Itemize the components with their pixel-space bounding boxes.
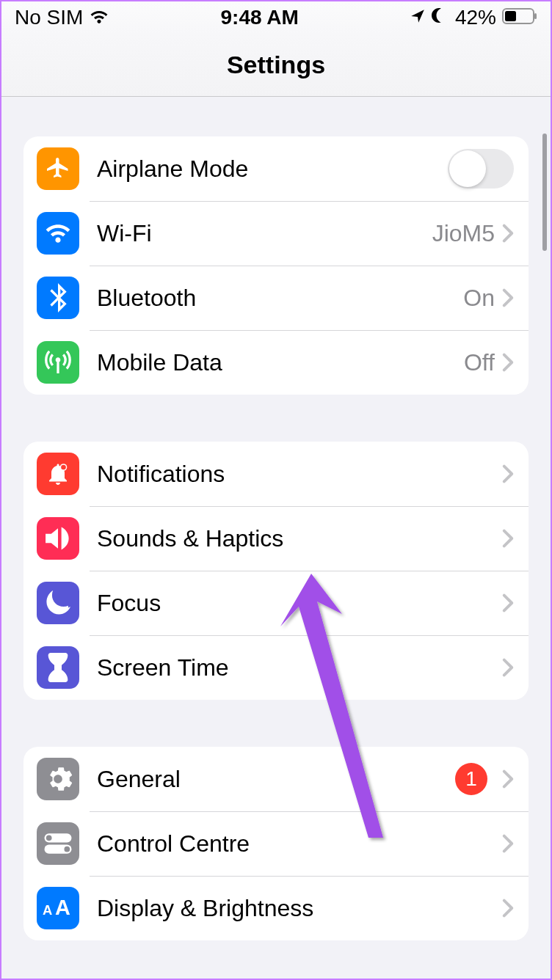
row-airplane-mode[interactable]: Airplane Mode bbox=[23, 136, 529, 201]
row-focus[interactable]: Focus bbox=[23, 571, 529, 635]
airplane-toggle[interactable] bbox=[448, 149, 514, 189]
notification-badge: 1 bbox=[455, 763, 487, 795]
row-general[interactable]: General 1 bbox=[23, 747, 529, 811]
status-bar: No SIM 9:48 AM 42% bbox=[1, 1, 551, 34]
chevron-right-icon bbox=[502, 288, 514, 307]
battery-pct: 42% bbox=[455, 6, 496, 29]
svg-text:A: A bbox=[55, 897, 70, 919]
moon-icon bbox=[37, 582, 79, 624]
row-label: Airplane Mode bbox=[97, 156, 448, 183]
row-notifications[interactable]: Notifications bbox=[23, 442, 529, 506]
scroll-indicator[interactable] bbox=[542, 134, 547, 251]
row-mobile-data[interactable]: Mobile Data Off bbox=[23, 330, 529, 395]
chevron-right-icon bbox=[502, 899, 514, 918]
row-label: Focus bbox=[97, 590, 502, 617]
nav-header: Settings bbox=[1, 34, 551, 97]
chevron-right-icon bbox=[502, 353, 514, 372]
row-value: JioM5 bbox=[432, 220, 495, 247]
battery-icon bbox=[502, 6, 537, 29]
hourglass-icon bbox=[37, 646, 79, 689]
page-title: Settings bbox=[227, 51, 325, 79]
bell-icon bbox=[37, 453, 79, 495]
svg-point-8 bbox=[64, 846, 70, 852]
chevron-right-icon bbox=[502, 464, 514, 483]
row-display-brightness[interactable]: AA Display & Brightness bbox=[23, 876, 529, 940]
settings-group-general: General 1 Control Centre AA Display & Br… bbox=[23, 747, 529, 940]
row-label: Wi-Fi bbox=[97, 220, 432, 247]
row-bluetooth[interactable]: Bluetooth On bbox=[23, 266, 529, 330]
row-label: Sounds & Haptics bbox=[97, 525, 502, 552]
wifi-status-icon bbox=[89, 6, 109, 29]
carrier-text: No SIM bbox=[15, 6, 83, 29]
row-control-centre[interactable]: Control Centre bbox=[23, 811, 529, 876]
chevron-right-icon bbox=[502, 834, 514, 853]
row-label: Notifications bbox=[97, 461, 502, 488]
row-screen-time[interactable]: Screen Time bbox=[23, 635, 529, 700]
row-label: Bluetooth bbox=[97, 285, 463, 312]
chevron-right-icon bbox=[502, 658, 514, 677]
airplane-icon bbox=[37, 147, 79, 190]
row-label: Mobile Data bbox=[97, 349, 464, 376]
svg-point-6 bbox=[46, 835, 52, 841]
row-sounds-haptics[interactable]: Sounds & Haptics bbox=[23, 506, 529, 571]
antenna-icon bbox=[37, 341, 79, 384]
status-time: 9:48 AM bbox=[220, 6, 298, 29]
svg-rect-2 bbox=[534, 13, 537, 19]
row-value: On bbox=[463, 285, 495, 312]
toggles-icon bbox=[37, 822, 79, 865]
chevron-right-icon bbox=[502, 529, 514, 548]
row-label: Control Centre bbox=[97, 830, 502, 858]
row-value: Off bbox=[464, 349, 495, 376]
textsize-icon: AA bbox=[37, 887, 79, 929]
chevron-right-icon bbox=[502, 593, 514, 612]
row-wifi[interactable]: Wi-Fi JioM5 bbox=[23, 201, 529, 266]
row-label: General bbox=[97, 766, 455, 793]
wifi-icon bbox=[37, 212, 79, 255]
svg-text:A: A bbox=[43, 902, 52, 918]
settings-group-connectivity: Airplane Mode Wi-Fi JioM5 Bluetooth On bbox=[23, 136, 529, 395]
bluetooth-icon bbox=[37, 277, 79, 319]
row-label: Screen Time bbox=[97, 654, 502, 681]
dnd-moon-icon bbox=[432, 6, 449, 29]
settings-scroll[interactable]: Airplane Mode Wi-Fi JioM5 Bluetooth On bbox=[1, 97, 551, 979]
speaker-icon bbox=[37, 517, 79, 560]
row-label: Display & Brightness bbox=[97, 895, 502, 922]
svg-point-4 bbox=[61, 465, 66, 470]
location-icon bbox=[410, 6, 426, 29]
chevron-right-icon bbox=[502, 224, 514, 243]
chevron-right-icon bbox=[502, 769, 514, 789]
svg-rect-1 bbox=[505, 11, 516, 21]
settings-group-notifications: Notifications Sounds & Haptics Focus bbox=[23, 442, 529, 700]
gear-icon bbox=[37, 758, 79, 800]
